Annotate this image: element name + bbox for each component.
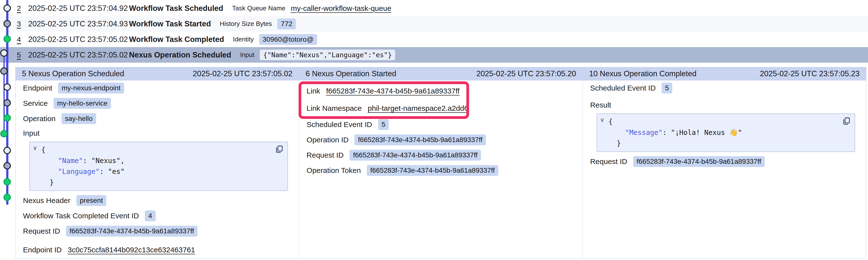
spacer [23, 191, 299, 193]
event-row[interactable]: 42025-02-25 UTC 23:57:05.02Workflow Task… [0, 32, 868, 47]
collapse-chevron-icon[interactable]: ∨ [33, 145, 37, 151]
detail-panels: 5 Nexus Operation Scheduled2025-02-25 UT… [15, 67, 866, 259]
field-label: Request ID [590, 157, 627, 166]
timeline-dot-open [3, 147, 11, 154]
copy-icon[interactable] [274, 145, 284, 155]
event-number-link[interactable]: 4 [17, 35, 24, 44]
collapse-chevron-icon[interactable]: ∨ [600, 117, 604, 123]
json-text: } [41, 178, 54, 186]
event-attr-value-link[interactable]: my-caller-workflow-task-queue [291, 4, 392, 12]
panel-body: Scheduled Event ID5Result∨{ "Message": "… [583, 80, 866, 169]
field-label: Link Namespace [307, 104, 362, 112]
field-value-badge: f665283f-743e-4374-b45b-9a61a89337ff [633, 156, 765, 167]
field-row: Servicemy-hello-service [23, 96, 299, 111]
timeline-dot-open [0, 49, 8, 57]
field-value-link[interactable]: phil-target-namespace2.a2dd6 [368, 104, 468, 112]
event-attr-label: Task Queue Name [232, 4, 285, 12]
field-value-badge: present [76, 195, 106, 206]
json-text: { [41, 146, 45, 154]
event-attr-label: History Size Bytes [220, 20, 272, 28]
event-name: Workflow Task Scheduled [129, 4, 223, 13]
field-value-badge: f665283f-743e-4374-b45b-9a61a89337ff [367, 165, 498, 176]
timeline-dot-open [3, 83, 11, 91]
detail-panel: 5 Nexus Operation Scheduled2025-02-25 UT… [16, 67, 299, 258]
code-line: { [609, 116, 837, 127]
event-row[interactable]: 32025-02-25 UTC 23:57:04.93Workflow Task… [0, 16, 868, 32]
timeline-dot-green [3, 114, 11, 122]
field-value-badge: my-nexus-endpoint [58, 83, 124, 94]
field-value-badge: 4 [145, 211, 156, 221]
field-value-badge: 5 [378, 119, 389, 130]
panel-timestamp: 2025-02-25 UTC 23:57:05.23 [760, 69, 860, 78]
code-line: "Language": "es" [41, 166, 270, 177]
event-number-link[interactable]: 2 [17, 4, 24, 12]
field-row: Workflow Task Completed Event ID4 [23, 208, 299, 223]
copy-icon[interactable] [841, 116, 851, 127]
field-label: Result [590, 98, 866, 112]
field-row: Request IDf665283f-743e-4374-b45b-9a61a8… [590, 154, 866, 169]
event-row[interactable]: 52025-02-25 UTC 23:57:05.02Nexus Operati… [0, 47, 868, 63]
field-label: Endpoint [23, 84, 52, 92]
code-line: } [609, 138, 837, 149]
event-attr-label: Input [240, 51, 254, 59]
field-value-badge: say-hello [62, 113, 96, 124]
timeline-dot-gray [0, 67, 8, 75]
event-attr-value-badge: 30960@totoro@ [259, 34, 317, 45]
json-text: : "¡Hola! Nexus 👋" [662, 128, 742, 137]
field-label: Operation ID [307, 136, 348, 144]
detail-panel: 6 Nexus Operation Started2025-02-25 UTC … [299, 67, 583, 258]
field-row: Operationsay-hello [23, 111, 299, 126]
panel-timestamp: 2025-02-25 UTC 23:57:05.02 [193, 69, 292, 78]
event-number-link[interactable]: 3 [17, 20, 24, 28]
event-attr-value-badge: {"Name":"Nexus","Language":"es"} [260, 49, 395, 60]
json-key: "Language" [58, 168, 100, 176]
field-row: Request IDf665283f-743e-4374-b45b-9a61a8… [307, 148, 582, 163]
event-time: 2025-02-25 UTC 23:57:05.02 [28, 50, 129, 60]
field-row: Endpoint ID3c0c75ccfa8144b092c13ce632463… [23, 242, 299, 258]
json-text: { [609, 118, 613, 126]
event-time: 2025-02-25 UTC 23:57:05.02 [28, 35, 129, 44]
field-row: Request IDf665283f-743e-4374-b45b-9a61a8… [23, 223, 299, 239]
field-value-link[interactable]: f665283f-743e-4374-b45b-9a61a89337ff [326, 87, 460, 95]
field-label: Request ID [307, 151, 344, 159]
panel-timestamp: 2025-02-25 UTC 23:57:05.20 [476, 69, 576, 78]
field-label: Endpoint ID [23, 246, 62, 254]
json-code-block: ∨{ "Message": "¡Hola! Nexus 👋" } [597, 113, 855, 152]
event-list: 22025-02-25 UTC 23:57:04.92Workflow Task… [0, 0, 868, 63]
field-row: Operation IDf665283f-743e-4374-b45b-9a61… [307, 132, 582, 148]
json-text [41, 157, 58, 165]
code-line: { [41, 145, 270, 155]
timeline-dot-green [3, 35, 11, 43]
field-row: Link Namespacephil-target-namespace2.a2d… [307, 100, 582, 117]
panel-title: 10 Nexus Operation Completed [589, 69, 696, 78]
field-value-badge: f665283f-743e-4374-b45b-9a61a89337ff [66, 226, 197, 236]
code-line: "Message": "¡Hola! Nexus 👋" [609, 127, 837, 138]
panel-title: 5 Nexus Operation Scheduled [22, 69, 124, 78]
panel-body: Linkf665283f-743e-4374-b45b-9a61a89337ff… [299, 82, 582, 178]
field-row: Operation Tokenf665283f-743e-4374-b45b-9… [307, 163, 582, 178]
spacer [590, 152, 866, 154]
panel-body: Endpointmy-nexus-endpointServicemy-hello… [16, 80, 299, 258]
event-name: Nexus Operation Scheduled [129, 50, 231, 60]
field-value-badge: my-hello-service [54, 98, 111, 109]
timeline-dot-gray [3, 162, 11, 170]
field-label: Service [23, 99, 48, 108]
field-label: Operation [23, 114, 56, 123]
event-row[interactable]: 22025-02-25 UTC 23:57:04.92Workflow Task… [0, 0, 868, 16]
field-value-link[interactable]: 3c0c75ccfa8144b092c13ce632463761 [68, 246, 195, 254]
field-label: Input [23, 126, 299, 140]
json-text: : "es" [100, 168, 125, 176]
field-row: Endpointmy-nexus-endpoint [23, 80, 299, 96]
json-text: } [609, 139, 621, 148]
field-label: Nexus Header [23, 196, 70, 205]
event-attr-label: Identity [233, 36, 254, 43]
timeline-dot-green [3, 194, 11, 201]
json-code-block: ∨{ "Name": "Nexus", "Language": "es" } [29, 142, 288, 191]
field-value-badge: f665283f-743e-4374-b45b-9a61a89337ff [354, 135, 486, 145]
event-number-link[interactable]: 5 [17, 51, 24, 59]
event-name: Workflow Task Completed [129, 35, 224, 44]
field-row: Scheduled Event ID5 [307, 117, 582, 132]
code-line: } [41, 177, 270, 188]
panel-header: 10 Nexus Operation Completed2025-02-25 U… [583, 67, 866, 80]
field-label: Workflow Task Completed Event ID [23, 212, 139, 220]
